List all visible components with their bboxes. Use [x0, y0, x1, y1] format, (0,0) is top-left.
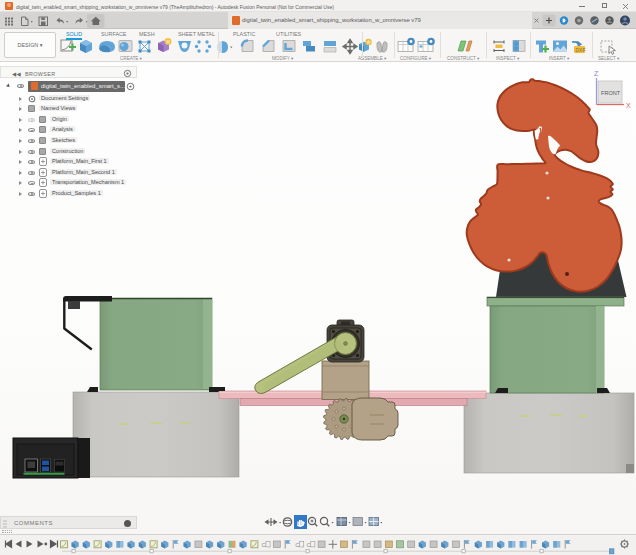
svg-text:DXF: DXF [576, 47, 586, 53]
svg-text:Z: Z [594, 70, 599, 77]
svg-text:X: X [626, 102, 631, 109]
svg-text:FRONT: FRONT [601, 90, 621, 96]
